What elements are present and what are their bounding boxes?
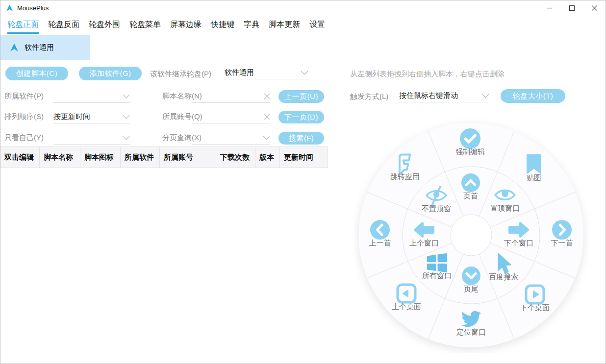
chevron-down-icon <box>263 136 270 140</box>
arrow-right-icon <box>507 221 530 238</box>
close-button[interactable] <box>583 0 606 15</box>
software-item-label: 软件通用 <box>25 43 54 52</box>
search-button[interactable]: 搜索(F) <box>278 132 324 145</box>
eye-slash-icon <box>425 186 448 205</box>
only-mine-select[interactable] <box>53 131 130 145</box>
tab-dictionary[interactable]: 字典 <box>244 15 259 34</box>
filter-row-3: 只看自己(Y) 分页查询(X) 搜索(F) <box>0 131 339 145</box>
mouseplus-window: { "window": { "title": "MousePlus" }, "t… <box>0 0 606 364</box>
next-desktop-icon <box>525 284 545 305</box>
trigger-mode-select[interactable]: 按住鼠标右键滑动 <box>399 89 489 102</box>
chevron-right-circle-icon <box>552 219 572 240</box>
tab-wheel-menu[interactable]: 轮盘菜单 <box>129 15 161 34</box>
column-header-icon: 脚本图标 <box>80 147 121 168</box>
clear-icon[interactable] <box>264 93 270 99</box>
maximize-button[interactable] <box>560 0 583 15</box>
tab-bar: 轮盘正面 轮盘反面 轮盘外围 轮盘菜单 屏幕边缘 快捷键 字典 脚本更新 设置 <box>0 15 606 34</box>
close-icon <box>592 5 597 11</box>
window-controls <box>538 0 606 15</box>
column-header-account: 所属账号 <box>160 147 216 168</box>
tab-wheel-back[interactable]: 轮盘反面 <box>48 15 79 34</box>
column-header-edit: 双击编辑 <box>0 147 40 168</box>
app-title: MousePlus <box>17 4 49 12</box>
title-bar: MousePlus <box>0 0 606 15</box>
tab-wheel-front[interactable]: 轮盘正面 <box>7 15 39 34</box>
sort-order-value: 按更新时间 <box>53 112 90 121</box>
tab-settings[interactable]: 设置 <box>309 15 325 34</box>
owner-account-input[interactable] <box>192 110 270 123</box>
chevron-up-circle-icon <box>461 173 480 193</box>
trigger-mode-value: 按住鼠标右键滑动 <box>399 91 458 100</box>
sort-order-select[interactable]: 按更新时间 <box>53 110 130 123</box>
drag-hint-text: 从左侧列表拖拽到右侧插入脚本，右键点击删除 <box>350 70 505 79</box>
tab-screen-edge[interactable]: 屏幕边缘 <box>170 15 202 34</box>
windows-icon <box>426 252 448 273</box>
only-mine-label: 只看自己(Y) <box>4 133 44 143</box>
column-header-name: 脚本名称 <box>40 147 80 168</box>
owner-software-label: 所属软件(P) <box>4 92 44 101</box>
inherit-wheel-select[interactable]: 软件通用 <box>225 66 308 79</box>
inherit-wheel-value: 软件通用 <box>225 68 254 77</box>
sort-order-label: 排列顺序(S) <box>4 112 44 121</box>
script-name-input[interactable] <box>192 90 270 103</box>
prev-desktop-icon <box>396 283 417 304</box>
software-item-selected[interactable]: 软件通用 <box>0 35 90 60</box>
tab-script-update[interactable]: 脚本更新 <box>269 15 300 34</box>
divider <box>0 83 606 83</box>
owner-software-select[interactable] <box>53 90 130 103</box>
column-header-software: 所属软件 <box>121 147 160 168</box>
inherit-wheel-label: 该软件继承轮盘(P) <box>150 70 211 79</box>
chevron-down-icon <box>123 94 130 98</box>
trigger-mode-label: 触发方式(L) <box>350 92 388 101</box>
minimize-icon <box>547 5 552 11</box>
filter-row-2: 排列顺序(S) 按更新时间 所属账号(Q) 下一页(D) <box>0 110 339 123</box>
column-header-downloads: 下载次数 <box>216 147 255 168</box>
wheel-menu: 强制编辑 贴图 下一首 下个桌面 定位窗口 上个桌面 上一首 <box>354 118 589 353</box>
arrow-left-icon <box>413 221 435 238</box>
clear-icon[interactable] <box>264 114 270 120</box>
chevron-down-circle-icon <box>461 266 481 286</box>
chevron-down-icon <box>123 136 130 140</box>
chevron-down-icon <box>301 71 308 75</box>
chevron-down-icon <box>123 115 130 119</box>
script-table-header: 双击编辑 脚本名称 脚本图标 所属软件 所属账号 下载次数 版本 更新时间 <box>0 146 328 168</box>
eye-icon <box>494 187 516 203</box>
column-header-updated: 更新时间 <box>280 147 328 168</box>
cursor-icon <box>495 252 512 275</box>
page-query-select[interactable] <box>192 131 270 145</box>
wheel-size-button[interactable]: 轮盘大小(T) <box>501 89 565 103</box>
tab-hotkeys[interactable]: 快捷键 <box>211 15 234 34</box>
filter-row-1: 所属软件(P) 脚本名称(N) 上一页(U) <box>0 90 339 103</box>
check-circle-icon <box>459 128 481 149</box>
minimize-button[interactable] <box>538 0 560 15</box>
twitter-bird-icon <box>461 309 481 329</box>
tab-wheel-outer[interactable]: 轮盘外围 <box>89 15 120 34</box>
column-header-version: 版本 <box>255 147 280 168</box>
add-software-button[interactable]: 添加软件(G) <box>79 67 142 80</box>
prev-page-button[interactable]: 上一页(U) <box>278 90 324 103</box>
create-script-button[interactable]: 创建脚本(C) <box>5 67 68 80</box>
next-page-button[interactable]: 下一页(D) <box>278 111 324 123</box>
maximize-icon <box>569 5 575 11</box>
triangle-logo-icon <box>10 43 19 52</box>
chevron-down-icon <box>481 94 489 98</box>
app-logo-icon <box>6 4 13 12</box>
chevron-left-circle-icon <box>370 219 390 240</box>
jump-app-flag-icon <box>395 153 415 174</box>
bookmark-icon <box>526 154 542 175</box>
